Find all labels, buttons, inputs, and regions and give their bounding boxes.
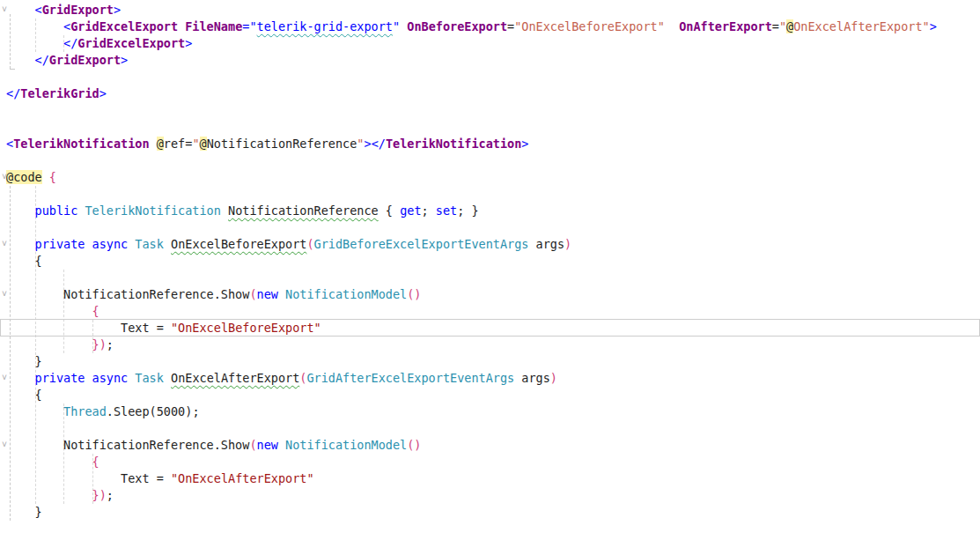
code-token <box>150 471 157 485</box>
code-token: TelerikNotification <box>13 137 149 151</box>
code-token <box>393 203 400 218</box>
code-token: async <box>92 237 129 251</box>
code-token <box>6 471 121 485</box>
code-token <box>164 321 171 335</box>
code-editor[interactable]: <GridExport> <GridExcelExport FileName="… <box>0 0 980 540</box>
code-line <box>6 119 980 136</box>
code-line: } <box>6 353 980 370</box>
code-token: GridExport <box>42 3 114 17</box>
code-token <box>6 388 35 402</box>
code-token: "OnExcelBeforeExport" <box>514 19 665 33</box>
code-token <box>6 404 63 418</box>
code-token: > <box>121 53 128 67</box>
code-token: . <box>107 404 114 418</box>
fold-chevron-icon[interactable]: ˅ <box>0 440 9 451</box>
code-token: = <box>157 321 164 335</box>
code-token: </ <box>63 36 77 50</box>
code-token <box>6 505 35 519</box>
code-token <box>85 237 92 251</box>
code-line <box>6 152 980 169</box>
code-token <box>6 337 92 351</box>
code-line: { <box>6 303 980 320</box>
code-token: @ <box>200 137 207 151</box>
code-token: </ <box>372 137 386 151</box>
code-token: { <box>35 388 42 402</box>
code-token: ) <box>99 488 107 502</box>
code-line: <GridExport> <box>6 2 980 18</box>
code-token: ( <box>249 438 256 452</box>
code-token <box>85 371 92 385</box>
code-line: }); <box>6 487 980 504</box>
code-token: @ <box>786 19 793 33</box>
code-token: > <box>185 36 192 50</box>
code-token <box>6 3 35 17</box>
code-token: { <box>35 254 42 268</box>
code-token: set <box>436 203 457 218</box>
code-token <box>379 203 386 218</box>
code-token: OnExcelAfterExport" <box>793 19 929 33</box>
code-token: Sleep <box>114 404 150 418</box>
code-token <box>6 304 92 318</box>
code-token: Text <box>121 321 150 335</box>
code-token: > <box>114 3 121 17</box>
fold-chevron-icon[interactable]: ˅ <box>0 374 9 384</box>
code-token <box>6 371 35 385</box>
code-line <box>6 270 980 286</box>
code-token: TelerikNotification <box>386 137 521 151</box>
fold-chevron-icon[interactable]: ˅ <box>0 173 9 183</box>
code-token: 5000 <box>157 404 186 418</box>
code-line: { <box>6 454 980 470</box>
code-token <box>164 237 171 251</box>
code-line <box>6 69 980 85</box>
code-token: Show <box>221 438 250 452</box>
code-line: Text = "OnExcelBeforeExport" <box>6 320 980 337</box>
code-token: OnExcelAfterExport <box>171 371 299 385</box>
code-line: Thread.Sleep(5000); <box>6 403 980 420</box>
code-token: } <box>35 505 42 519</box>
code-token <box>42 170 49 184</box>
code-token: args <box>536 237 565 251</box>
code-line: <TelerikNotification @ref="@Notification… <box>6 136 980 152</box>
code-token: { <box>92 304 99 318</box>
code-line: private async Task OnExcelBeforeExport(G… <box>6 236 980 253</box>
code-token: = <box>772 19 779 33</box>
code-token: Text <box>121 471 150 485</box>
code-token <box>6 354 35 368</box>
code-token: ( <box>249 287 256 301</box>
code-token: OnBeforeExport <box>407 19 507 33</box>
code-token: new <box>257 438 278 452</box>
code-token <box>164 471 171 485</box>
code-token: } <box>471 203 478 218</box>
code-token: "OnExcelBeforeExport" <box>171 321 321 335</box>
code-token: GridBeforeExcelExportEventArgs <box>314 237 529 251</box>
code-token: </ <box>6 86 20 100</box>
code-token: > <box>521 137 528 151</box>
code-token: ) <box>99 337 107 351</box>
code-token <box>164 371 171 385</box>
code-token <box>6 438 63 452</box>
code-token: . <box>214 287 221 301</box>
code-line <box>6 186 980 203</box>
code-token <box>221 203 228 218</box>
code-token: " <box>357 137 364 151</box>
code-token: ; <box>422 203 429 218</box>
code-line: </TelerikGrid> <box>6 85 980 102</box>
code-token: "OnExcelAfterExport" <box>171 471 314 485</box>
fold-chevron-icon[interactable]: ˅ <box>0 290 9 300</box>
code-token: public <box>35 203 78 218</box>
code-token: =" <box>242 19 256 33</box>
code-token <box>6 287 63 301</box>
code-token: } <box>92 488 99 502</box>
code-token: > <box>930 19 937 33</box>
code-token: " <box>779 19 786 33</box>
code-token: = <box>157 471 164 485</box>
code-line: }); <box>6 337 980 353</box>
code-token: { <box>49 170 56 184</box>
code-line: <GridExcelExport FileName="telerik-grid-… <box>6 18 980 35</box>
code-token: GridAfterExcelExportEventArgs <box>306 371 514 385</box>
fold-chevron-icon[interactable]: ˅ <box>0 240 9 250</box>
code-token: GridExport <box>49 53 121 67</box>
code-token: ) <box>414 287 421 301</box>
code-lines: <GridExport> <GridExcelExport FileName="… <box>0 2 980 521</box>
fold-chevron-icon[interactable]: ˅ <box>0 5 9 16</box>
